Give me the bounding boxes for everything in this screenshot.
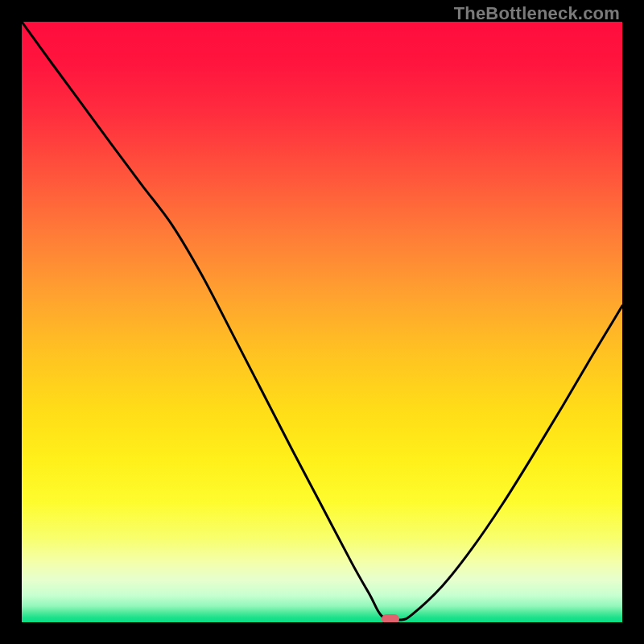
plot-area	[22, 22, 622, 622]
watermark-text: TheBottleneck.com	[454, 3, 620, 24]
outer-frame: TheBottleneck.com	[0, 0, 644, 644]
optimal-marker	[382, 614, 399, 622]
bottleneck-curve	[22, 22, 622, 622]
